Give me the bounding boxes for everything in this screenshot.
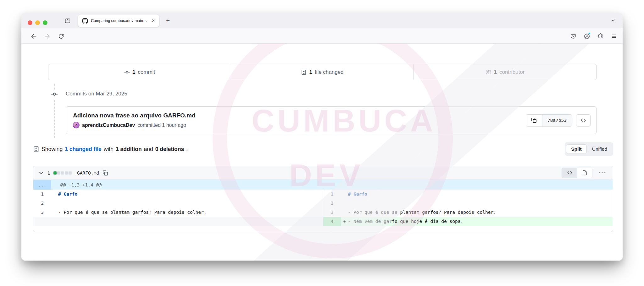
line-number[interactable]: 2 (323, 199, 341, 208)
code-icon (567, 170, 572, 175)
forward-button[interactable] (43, 32, 52, 40)
code-line: # Garfo (348, 190, 613, 199)
line-number[interactable]: 2 (33, 199, 51, 208)
rich-view-button[interactable] (577, 168, 592, 178)
github-compare-page: 1 commit 1 file changed (21, 44, 623, 261)
summary-and: and (144, 146, 153, 153)
contributors-label: contributor (499, 69, 525, 75)
commit-card: Adiciona nova frase ao arquivo GARFO.md … (66, 106, 597, 134)
copy-icon (531, 117, 537, 123)
stat-contributors[interactable]: 1 contributor (414, 64, 596, 80)
tab-strip: Comparing cumbucadev:main… × + (21, 13, 623, 28)
copy-filename-icon[interactable] (103, 170, 108, 176)
git-commit-icon (124, 69, 130, 75)
pocket-save-icon[interactable] (569, 32, 578, 40)
zoom-window-button[interactable] (43, 20, 47, 25)
commits-date-heading: Commits on Mar 29, 2025 (66, 91, 127, 97)
tab-title: Comparing cumbucadev:main… (91, 19, 148, 23)
summary-additions: 1 addition (116, 146, 142, 153)
diff-row[interactable]: 1 # Garfo (33, 190, 323, 199)
summary-showing: Showing (42, 146, 63, 153)
stat-commits[interactable]: 1 commit (48, 64, 231, 80)
unified-view-button[interactable]: Unified (587, 144, 612, 154)
toolbar-right-icons (569, 32, 618, 40)
source-view-button[interactable] (562, 168, 577, 178)
files-label: file changed (315, 69, 344, 75)
line-number[interactable]: 1 (323, 190, 341, 199)
people-icon (486, 69, 491, 75)
commit-count: 1 (132, 69, 135, 75)
stat-files-changed[interactable]: 1 file changed (231, 64, 414, 80)
file-name[interactable]: GARFO.md (77, 170, 99, 175)
account-notification-dot (588, 32, 591, 35)
avatar[interactable]: A (73, 122, 80, 128)
summary-with: with (104, 146, 114, 153)
new-tab-button[interactable]: + (164, 16, 172, 25)
code-rich-toggle (562, 168, 592, 178)
commit-sha-button[interactable]: 78a7b53 (542, 115, 572, 126)
code-line: - Nem vem de garfo que hoje é dia de sop… (348, 217, 613, 226)
file-options-kebab-icon[interactable]: ··· (597, 170, 608, 176)
commit-author-link[interactable]: aprendizCumbucaDev (82, 122, 135, 128)
git-commit-timeline-icon (51, 91, 58, 98)
diff-summary: Showing 1 changed file with 1 addition a… (33, 144, 188, 154)
diff-row[interactable]: 3 - Por que é que se plantam garfos? Par… (323, 208, 613, 217)
list-tabs-chevron-icon[interactable] (610, 17, 616, 24)
split-view-button[interactable]: Split (566, 144, 587, 154)
code-line: - Por que é que se plantam garfos? Para … (348, 208, 613, 217)
commit-info: Adiciona nova frase ao arquivo GARFO.md … (73, 112, 196, 128)
diffstat-blocks (53, 171, 72, 175)
hunk-header-row: ... @@ -1,3 +1,4 @@ (33, 180, 613, 190)
file-diff-header: 1 GARFO.md (33, 166, 613, 180)
account-icon[interactable] (582, 32, 591, 40)
diff-pane-old: 1 # Garfo 2 3 - Por que é que se (33, 190, 323, 226)
diff-row[interactable]: 3 - Por que é que se plantam garfos? Par… (33, 208, 323, 217)
line-number[interactable]: 4 (323, 217, 341, 226)
diff-row[interactable]: 2 (33, 199, 323, 208)
file-icon (582, 170, 587, 175)
code-line (348, 199, 613, 208)
compare-stats-bar: 1 commit 1 file changed (48, 64, 597, 80)
diff-row-addition[interactable]: 4 + - Nem vem de garfo que hoje é dia de… (323, 217, 613, 226)
reload-button[interactable] (57, 32, 65, 40)
firefox-view-icon[interactable] (63, 17, 72, 24)
commit-sha-group: 78a7b53 (526, 114, 572, 127)
navigation-toolbar: https://github.com/cumbucadev/PRimeiro-f… (21, 28, 623, 44)
summary-deletions: 0 deletions (155, 146, 184, 153)
code-line: # Garfo (58, 190, 323, 199)
file-diff-icon (301, 69, 307, 75)
browse-code-button[interactable] (576, 114, 591, 127)
split-diff-table: 1 # Garfo 2 3 - Por que é que se (33, 190, 613, 226)
commit-time-meta: committed 1 hour ago (137, 122, 186, 128)
minimize-window-button[interactable] (35, 20, 40, 25)
timeline-dash-bottom (54, 100, 55, 138)
back-button[interactable] (29, 32, 38, 40)
file-changes-count: 1 (47, 170, 50, 175)
line-number[interactable]: 3 (33, 208, 51, 217)
expand-hunk-button[interactable]: ... (33, 180, 51, 190)
code-line: - Por que é que se plantam garfos? Para … (58, 208, 323, 217)
close-window-button[interactable] (28, 20, 32, 25)
line-number[interactable]: 3 (323, 208, 341, 217)
extensions-puzzle-icon[interactable] (596, 32, 605, 40)
github-favicon (82, 18, 88, 24)
hunk-header-text: @@ -1,3 +1,4 @@ (51, 180, 613, 190)
diff-row-filler (33, 217, 323, 226)
chevron-down-icon[interactable] (38, 170, 44, 176)
copy-sha-button[interactable] (526, 115, 542, 126)
diff-pane-new: 1 # Garfo 2 3 - Por que é que se (323, 190, 613, 226)
timeline-dash-top (54, 84, 55, 89)
diff-view-toggle: Split Unified (565, 142, 613, 156)
desktop-background: Comparing cumbucadev:main… × + (0, 0, 644, 286)
line-number[interactable]: 1 (33, 190, 51, 199)
browser-window: Comparing cumbucadev:main… × + (21, 13, 623, 261)
code-icon (580, 117, 586, 123)
active-tab[interactable]: Comparing cumbucadev:main… × (78, 14, 159, 27)
diff-row[interactable]: 1 # Garfo (323, 190, 613, 199)
tab-close-icon[interactable]: × (151, 18, 156, 24)
file-diff-icon (33, 146, 39, 152)
commit-title-link[interactable]: Adiciona nova frase ao arquivo GARFO.md (73, 112, 196, 119)
menu-hamburger-icon[interactable] (609, 32, 618, 40)
changed-files-link[interactable]: 1 changed file (65, 146, 102, 153)
diff-row[interactable]: 2 (323, 199, 613, 208)
